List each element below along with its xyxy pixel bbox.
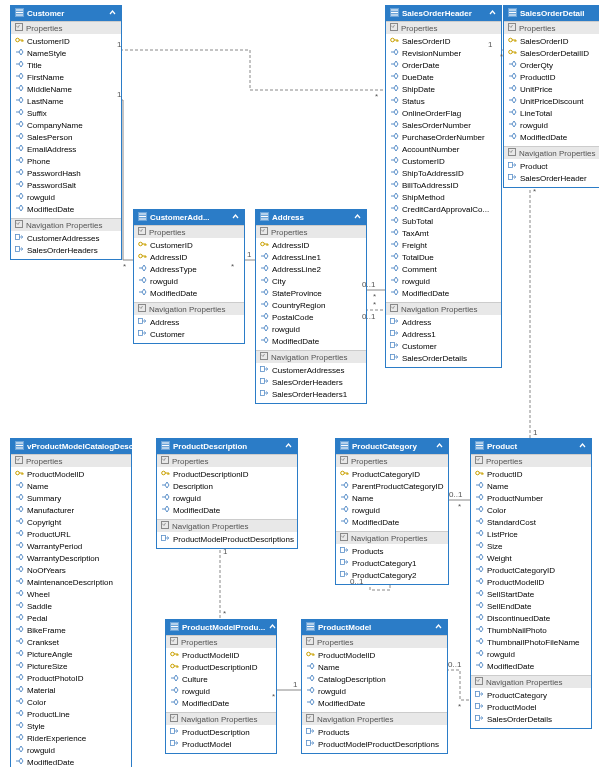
- property-shiptoaddressid[interactable]: ShipToAddressID: [386, 168, 501, 180]
- property-accountnumber[interactable]: AccountNumber: [386, 144, 501, 156]
- entity-header[interactable]: Product: [471, 439, 591, 454]
- property-thumbnailphoto[interactable]: ThumbNailPhoto: [471, 625, 591, 637]
- property-style[interactable]: Style: [11, 721, 131, 733]
- section-nav[interactable]: Navigation Properties: [302, 712, 447, 725]
- property-rowguid[interactable]: rowguid: [504, 120, 599, 132]
- navprop-productcategory1[interactable]: ProductCategory1: [336, 558, 448, 570]
- property-crankset[interactable]: Crankset: [11, 637, 131, 649]
- entity-header[interactable]: Address: [256, 210, 366, 225]
- property-producturl[interactable]: ProductURL: [11, 529, 131, 541]
- section-nav[interactable]: Navigation Properties: [157, 519, 297, 532]
- section-properties[interactable]: Properties: [134, 225, 244, 238]
- property-listprice[interactable]: ListPrice: [471, 529, 591, 541]
- section-properties[interactable]: Properties: [471, 454, 591, 467]
- property-duedate[interactable]: DueDate: [386, 72, 501, 84]
- property-rowguid[interactable]: rowguid: [166, 686, 276, 698]
- entity-header[interactable]: ProductDescription: [157, 439, 297, 454]
- chevron-up-icon[interactable]: [353, 212, 362, 223]
- entity-header[interactable]: SalesOrderDetail: [504, 6, 599, 21]
- navprop-salesorderdetails[interactable]: SalesOrderDetails: [386, 353, 501, 365]
- section-properties[interactable]: Properties: [157, 454, 297, 467]
- property-maintenancedescription[interactable]: MaintenanceDescription: [11, 577, 131, 589]
- property-name[interactable]: Name: [302, 662, 447, 674]
- property-picturesize[interactable]: PictureSize: [11, 661, 131, 673]
- property-modifieddate[interactable]: ModifiedDate: [504, 132, 599, 144]
- property-productline[interactable]: ProductLine: [11, 709, 131, 721]
- navprop-salesorderheaders[interactable]: SalesOrderHeaders: [256, 377, 366, 389]
- property-shipdate[interactable]: ShipDate: [386, 84, 501, 96]
- navprop-product[interactable]: Product: [504, 161, 599, 173]
- section-nav[interactable]: Navigation Properties: [11, 218, 121, 231]
- property-rowguid[interactable]: rowguid: [471, 649, 591, 661]
- chevron-up-icon[interactable]: [435, 441, 444, 452]
- property-material[interactable]: Material: [11, 685, 131, 697]
- property-freight[interactable]: Freight: [386, 240, 501, 252]
- property-modifieddate[interactable]: ModifiedDate: [157, 505, 297, 517]
- entity-productmodelproduct[interactable]: ProductModelProdu...PropertiesProductMod…: [165, 619, 277, 754]
- property-pedal[interactable]: Pedal: [11, 613, 131, 625]
- section-nav[interactable]: Navigation Properties: [256, 350, 366, 363]
- section-properties[interactable]: Properties: [504, 21, 599, 34]
- property-productdescriptionid[interactable]: ProductDescriptionID: [157, 469, 297, 481]
- property-shipmethod[interactable]: ShipMethod: [386, 192, 501, 204]
- property-status[interactable]: Status: [386, 96, 501, 108]
- navprop-productdescription[interactable]: ProductDescription: [166, 727, 276, 739]
- section-nav[interactable]: Navigation Properties: [504, 146, 599, 159]
- property-productdescriptionid[interactable]: ProductDescriptionID: [166, 662, 276, 674]
- property-sellstartdate[interactable]: SellStartDate: [471, 589, 591, 601]
- entity-product[interactable]: ProductPropertiesProductIDNameProductNum…: [470, 438, 592, 729]
- property-comment[interactable]: Comment: [386, 264, 501, 276]
- property-noofyears[interactable]: NoOfYears: [11, 565, 131, 577]
- section-nav[interactable]: Navigation Properties: [386, 302, 501, 315]
- entity-productcategory[interactable]: ProductCategoryPropertiesProductCategory…: [335, 438, 449, 585]
- property-suffix[interactable]: Suffix: [11, 108, 121, 120]
- property-modifieddate[interactable]: ModifiedDate: [336, 517, 448, 529]
- entity-header[interactable]: vProductModelCatalogDescrip...: [11, 439, 131, 454]
- property-productnumber[interactable]: ProductNumber: [471, 493, 591, 505]
- chevron-up-icon[interactable]: [488, 8, 497, 19]
- entity-header[interactable]: ProductCategory: [336, 439, 448, 454]
- entity-vproductcatalog[interactable]: vProductModelCatalogDescrip...Properties…: [10, 438, 132, 767]
- chevron-up-icon[interactable]: [108, 8, 117, 19]
- property-rowguid[interactable]: rowguid: [157, 493, 297, 505]
- property-salesorderdetailid[interactable]: SalesOrderDetailID: [504, 48, 599, 60]
- property-subtotal[interactable]: SubTotal: [386, 216, 501, 228]
- property-modifieddate[interactable]: ModifiedDate: [134, 288, 244, 300]
- property-manufacturer[interactable]: Manufacturer: [11, 505, 131, 517]
- entity-customeraddress[interactable]: CustomerAdd...PropertiesCustomerIDAddres…: [133, 209, 245, 344]
- section-nav[interactable]: Navigation Properties: [336, 531, 448, 544]
- chevron-up-icon[interactable]: [284, 441, 293, 452]
- property-taxamt[interactable]: TaxAmt: [386, 228, 501, 240]
- navprop-address1[interactable]: Address1: [386, 329, 501, 341]
- entity-salesorderheader[interactable]: SalesOrderHeaderPropertiesSalesOrderIDRe…: [385, 5, 502, 368]
- property-middlename[interactable]: MiddleName: [11, 84, 121, 96]
- property-addressid[interactable]: AddressID: [134, 252, 244, 264]
- property-warrantyperiod[interactable]: WarrantyPeriod: [11, 541, 131, 553]
- property-color[interactable]: Color: [471, 505, 591, 517]
- property-title[interactable]: Title: [11, 60, 121, 72]
- section-properties[interactable]: Properties: [11, 454, 131, 467]
- navprop-salesorderheaders1[interactable]: SalesOrderHeaders1: [256, 389, 366, 401]
- property-customerid[interactable]: CustomerID: [134, 240, 244, 252]
- navprop-salesorderheader[interactable]: SalesOrderHeader: [504, 173, 599, 185]
- property-wheel[interactable]: Wheel: [11, 589, 131, 601]
- property-purchaseordernumber[interactable]: PurchaseOrderNumber: [386, 132, 501, 144]
- property-firstname[interactable]: FirstName: [11, 72, 121, 84]
- property-catalogdescription[interactable]: CatalogDescription: [302, 674, 447, 686]
- property-city[interactable]: City: [256, 276, 366, 288]
- property-modifieddate[interactable]: ModifiedDate: [11, 757, 131, 767]
- chevron-up-icon[interactable]: [578, 441, 587, 452]
- property-salesordernumber[interactable]: SalesOrderNumber: [386, 120, 501, 132]
- property-customerid[interactable]: CustomerID: [386, 156, 501, 168]
- property-stateprovince[interactable]: StateProvince: [256, 288, 366, 300]
- property-creditcardapprovalco...[interactable]: CreditCardApprovalCo...: [386, 204, 501, 216]
- property-emailaddress[interactable]: EmailAddress: [11, 144, 121, 156]
- entity-header[interactable]: ProductModelProdu...: [166, 620, 276, 635]
- property-productcategoryid[interactable]: ProductCategoryID: [336, 469, 448, 481]
- property-passwordsalt[interactable]: PasswordSalt: [11, 180, 121, 192]
- property-modifieddate[interactable]: ModifiedDate: [386, 288, 501, 300]
- entity-header[interactable]: SalesOrderHeader: [386, 6, 501, 21]
- property-sellenddate[interactable]: SellEndDate: [471, 601, 591, 613]
- navprop-address[interactable]: Address: [134, 317, 244, 329]
- section-nav[interactable]: Navigation Properties: [134, 302, 244, 315]
